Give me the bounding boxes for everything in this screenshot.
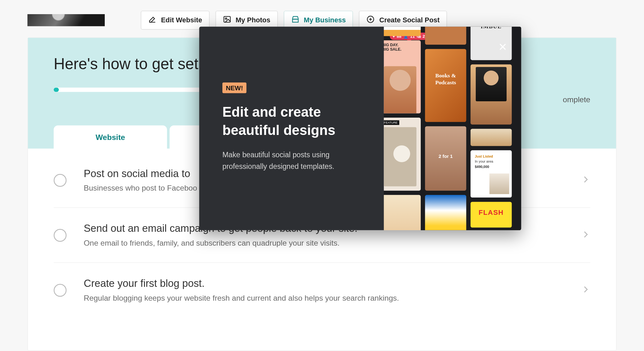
chevron-right-icon <box>581 230 590 241</box>
site-thumbnail <box>27 14 105 26</box>
plus-circle-icon <box>366 15 375 25</box>
template-tile <box>470 64 512 125</box>
close-icon <box>498 42 508 53</box>
popover-title: Edit and create beautiful designs <box>222 103 367 139</box>
tile-label: $490,000 <box>475 165 508 169</box>
checklist-circle-icon <box>54 174 67 187</box>
template-tile: Just Listed In your area $490,000 <box>470 150 512 198</box>
tab-website[interactable]: Website <box>54 125 167 149</box>
template-tile <box>425 27 466 45</box>
complete-suffix-label: omplete <box>563 95 590 104</box>
tile-label: FLASH <box>470 209 512 217</box>
photo-icon <box>223 15 231 25</box>
setup-item-title: Create your first blog post. <box>84 277 564 289</box>
template-tile: Books & Podcasts <box>425 49 466 122</box>
my-photos-label: My Photos <box>236 16 270 24</box>
svg-rect-0 <box>224 16 230 22</box>
chevron-right-icon <box>581 285 590 296</box>
tile-label: Just Listed <box>475 155 508 159</box>
my-business-label: My Business <box>304 16 346 24</box>
checklist-circle-icon <box>54 284 67 297</box>
template-tile: FEATURE <box>384 118 421 191</box>
chevron-right-icon <box>581 175 590 186</box>
setup-item-subtitle: Regular blogging keeps your website fres… <box>84 294 564 303</box>
tile-label: BIG DAY. BIG SALE. <box>384 43 402 52</box>
template-tile: BIG DAY. BIG SALE. <box>384 40 421 113</box>
template-tile: J U N E <box>384 195 421 230</box>
create-social-post-label: Create Social Post <box>379 16 440 24</box>
template-tile: FLASH <box>470 202 512 228</box>
tile-label: FEATURE <box>384 120 399 125</box>
template-tile <box>384 27 421 36</box>
template-tile <box>425 195 466 230</box>
storefront-icon <box>291 15 299 25</box>
edit-website-button[interactable]: Edit Website <box>141 11 209 30</box>
tile-label: 2 for 1 <box>425 154 466 159</box>
setup-item-subtitle: One email to friends, family, and subscr… <box>84 239 564 248</box>
close-button[interactable] <box>496 41 509 54</box>
checklist-circle-icon <box>54 229 67 242</box>
popover-description: Make beautiful social posts using profes… <box>222 149 367 172</box>
create-social-post-popover: NEW! Edit and create beautiful designs M… <box>199 27 521 230</box>
popover-collage: ♥88 👤11 🛍2 BIG DAY. BIG SALE. FEATURE <box>384 27 521 230</box>
tab-website-label: Website <box>96 133 125 142</box>
tile-label: IMBUE <box>470 27 512 30</box>
template-tile: 2 for 1 <box>425 126 466 191</box>
edit-website-label: Edit Website <box>161 16 202 24</box>
tile-label: In your area <box>475 160 508 164</box>
setup-item-blog-post[interactable]: Create your first blog post. Regular blo… <box>54 262 591 317</box>
new-badge: NEW! <box>222 82 246 93</box>
svg-point-1 <box>225 18 227 20</box>
pencil-icon <box>148 15 157 25</box>
tile-label: Books & Podcasts <box>425 72 466 86</box>
template-tile <box>470 129 512 146</box>
